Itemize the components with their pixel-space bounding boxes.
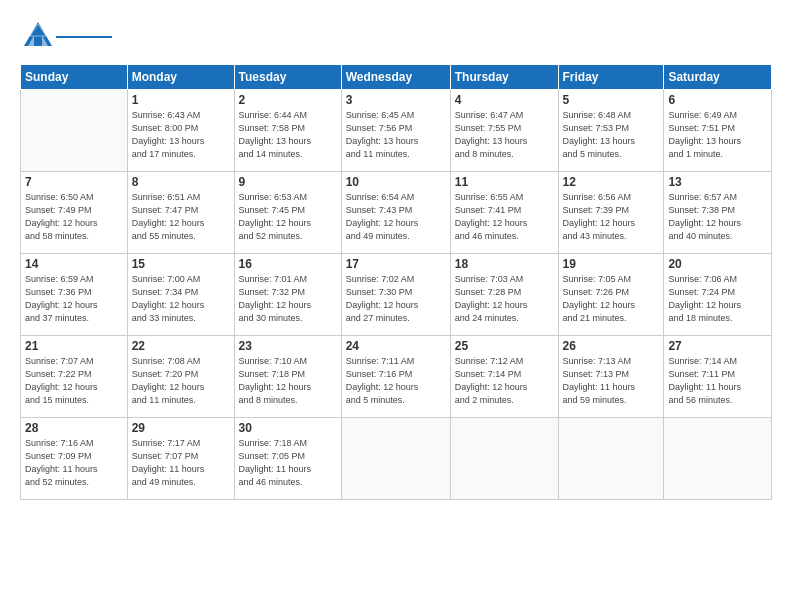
svg-marker-4 (30, 24, 46, 36)
day-number: 20 (668, 257, 767, 271)
day-number: 28 (25, 421, 123, 435)
weekday-header: Thursday (450, 65, 558, 90)
logo-text-area (56, 35, 112, 38)
day-info: Sunrise: 7:12 AMSunset: 7:14 PMDaylight:… (455, 355, 554, 407)
day-number: 26 (563, 339, 660, 353)
calendar-cell: 15Sunrise: 7:00 AMSunset: 7:34 PMDayligh… (127, 254, 234, 336)
day-number: 7 (25, 175, 123, 189)
calendar-cell: 2Sunrise: 6:44 AMSunset: 7:58 PMDaylight… (234, 90, 341, 172)
calendar-cell: 30Sunrise: 7:18 AMSunset: 7:05 PMDayligh… (234, 418, 341, 500)
day-number: 5 (563, 93, 660, 107)
weekday-header: Monday (127, 65, 234, 90)
day-number: 22 (132, 339, 230, 353)
calendar-cell: 8Sunrise: 6:51 AMSunset: 7:47 PMDaylight… (127, 172, 234, 254)
calendar-cell: 23Sunrise: 7:10 AMSunset: 7:18 PMDayligh… (234, 336, 341, 418)
day-number: 27 (668, 339, 767, 353)
calendar-cell: 19Sunrise: 7:05 AMSunset: 7:26 PMDayligh… (558, 254, 664, 336)
day-info: Sunrise: 7:00 AMSunset: 7:34 PMDaylight:… (132, 273, 230, 325)
logo-icon (20, 18, 56, 54)
day-info: Sunrise: 6:44 AMSunset: 7:58 PMDaylight:… (239, 109, 337, 161)
calendar-page: SundayMondayTuesdayWednesdayThursdayFrid… (0, 0, 792, 612)
day-number: 29 (132, 421, 230, 435)
calendar-cell (21, 90, 128, 172)
day-info: Sunrise: 6:57 AMSunset: 7:38 PMDaylight:… (668, 191, 767, 243)
day-info: Sunrise: 7:03 AMSunset: 7:28 PMDaylight:… (455, 273, 554, 325)
day-info: Sunrise: 6:45 AMSunset: 7:56 PMDaylight:… (346, 109, 446, 161)
day-number: 3 (346, 93, 446, 107)
calendar-cell (341, 418, 450, 500)
calendar-cell: 17Sunrise: 7:02 AMSunset: 7:30 PMDayligh… (341, 254, 450, 336)
day-info: Sunrise: 7:17 AMSunset: 7:07 PMDaylight:… (132, 437, 230, 489)
weekday-header: Tuesday (234, 65, 341, 90)
day-number: 14 (25, 257, 123, 271)
day-info: Sunrise: 6:56 AMSunset: 7:39 PMDaylight:… (563, 191, 660, 243)
calendar-cell: 6Sunrise: 6:49 AMSunset: 7:51 PMDaylight… (664, 90, 772, 172)
day-number: 10 (346, 175, 446, 189)
day-number: 17 (346, 257, 446, 271)
week-row: 1Sunrise: 6:43 AMSunset: 8:00 PMDaylight… (21, 90, 772, 172)
day-info: Sunrise: 7:16 AMSunset: 7:09 PMDaylight:… (25, 437, 123, 489)
calendar-cell: 11Sunrise: 6:55 AMSunset: 7:41 PMDayligh… (450, 172, 558, 254)
day-info: Sunrise: 7:18 AMSunset: 7:05 PMDaylight:… (239, 437, 337, 489)
week-row: 28Sunrise: 7:16 AMSunset: 7:09 PMDayligh… (21, 418, 772, 500)
day-number: 1 (132, 93, 230, 107)
calendar-cell: 24Sunrise: 7:11 AMSunset: 7:16 PMDayligh… (341, 336, 450, 418)
day-info: Sunrise: 6:49 AMSunset: 7:51 PMDaylight:… (668, 109, 767, 161)
calendar-cell: 25Sunrise: 7:12 AMSunset: 7:14 PMDayligh… (450, 336, 558, 418)
day-info: Sunrise: 7:08 AMSunset: 7:20 PMDaylight:… (132, 355, 230, 407)
week-row: 14Sunrise: 6:59 AMSunset: 7:36 PMDayligh… (21, 254, 772, 336)
day-info: Sunrise: 6:53 AMSunset: 7:45 PMDaylight:… (239, 191, 337, 243)
day-number: 15 (132, 257, 230, 271)
day-number: 30 (239, 421, 337, 435)
calendar-cell: 28Sunrise: 7:16 AMSunset: 7:09 PMDayligh… (21, 418, 128, 500)
day-info: Sunrise: 6:47 AMSunset: 7:55 PMDaylight:… (455, 109, 554, 161)
day-info: Sunrise: 6:48 AMSunset: 7:53 PMDaylight:… (563, 109, 660, 161)
day-info: Sunrise: 7:10 AMSunset: 7:18 PMDaylight:… (239, 355, 337, 407)
day-info: Sunrise: 6:50 AMSunset: 7:49 PMDaylight:… (25, 191, 123, 243)
calendar-cell: 4Sunrise: 6:47 AMSunset: 7:55 PMDaylight… (450, 90, 558, 172)
calendar-cell: 29Sunrise: 7:17 AMSunset: 7:07 PMDayligh… (127, 418, 234, 500)
logo (20, 18, 112, 54)
day-number: 25 (455, 339, 554, 353)
calendar-cell (664, 418, 772, 500)
calendar-cell (558, 418, 664, 500)
day-number: 23 (239, 339, 337, 353)
weekday-header: Wednesday (341, 65, 450, 90)
header (20, 18, 772, 54)
calendar-cell: 14Sunrise: 6:59 AMSunset: 7:36 PMDayligh… (21, 254, 128, 336)
calendar-cell: 26Sunrise: 7:13 AMSunset: 7:13 PMDayligh… (558, 336, 664, 418)
day-info: Sunrise: 6:59 AMSunset: 7:36 PMDaylight:… (25, 273, 123, 325)
day-number: 9 (239, 175, 337, 189)
day-number: 19 (563, 257, 660, 271)
day-number: 24 (346, 339, 446, 353)
calendar-table: SundayMondayTuesdayWednesdayThursdayFrid… (20, 64, 772, 500)
day-number: 2 (239, 93, 337, 107)
day-info: Sunrise: 7:01 AMSunset: 7:32 PMDaylight:… (239, 273, 337, 325)
day-number: 11 (455, 175, 554, 189)
day-number: 21 (25, 339, 123, 353)
calendar-cell: 21Sunrise: 7:07 AMSunset: 7:22 PMDayligh… (21, 336, 128, 418)
calendar-cell: 12Sunrise: 6:56 AMSunset: 7:39 PMDayligh… (558, 172, 664, 254)
day-number: 4 (455, 93, 554, 107)
weekday-header: Saturday (664, 65, 772, 90)
day-number: 6 (668, 93, 767, 107)
week-row: 21Sunrise: 7:07 AMSunset: 7:22 PMDayligh… (21, 336, 772, 418)
calendar-cell (450, 418, 558, 500)
week-row: 7Sunrise: 6:50 AMSunset: 7:49 PMDaylight… (21, 172, 772, 254)
day-info: Sunrise: 7:02 AMSunset: 7:30 PMDaylight:… (346, 273, 446, 325)
day-info: Sunrise: 7:07 AMSunset: 7:22 PMDaylight:… (25, 355, 123, 407)
calendar-cell: 7Sunrise: 6:50 AMSunset: 7:49 PMDaylight… (21, 172, 128, 254)
calendar-cell: 1Sunrise: 6:43 AMSunset: 8:00 PMDaylight… (127, 90, 234, 172)
day-info: Sunrise: 6:51 AMSunset: 7:47 PMDaylight:… (132, 191, 230, 243)
calendar-cell: 27Sunrise: 7:14 AMSunset: 7:11 PMDayligh… (664, 336, 772, 418)
day-info: Sunrise: 6:55 AMSunset: 7:41 PMDaylight:… (455, 191, 554, 243)
day-info: Sunrise: 6:43 AMSunset: 8:00 PMDaylight:… (132, 109, 230, 161)
day-info: Sunrise: 6:54 AMSunset: 7:43 PMDaylight:… (346, 191, 446, 243)
day-info: Sunrise: 7:14 AMSunset: 7:11 PMDaylight:… (668, 355, 767, 407)
weekday-header-row: SundayMondayTuesdayWednesdayThursdayFrid… (21, 65, 772, 90)
calendar-cell: 16Sunrise: 7:01 AMSunset: 7:32 PMDayligh… (234, 254, 341, 336)
day-number: 16 (239, 257, 337, 271)
logo-combined (20, 18, 112, 54)
weekday-header: Sunday (21, 65, 128, 90)
calendar-cell: 13Sunrise: 6:57 AMSunset: 7:38 PMDayligh… (664, 172, 772, 254)
